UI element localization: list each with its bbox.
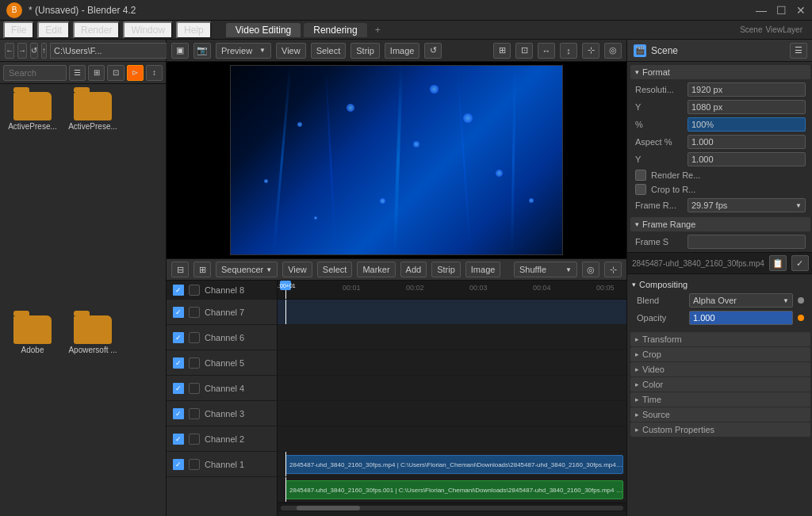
seq-snap-button[interactable]: ⊹ (604, 262, 622, 277)
path-input[interactable] (50, 43, 167, 59)
view-mode-2-button[interactable]: ⊡ (515, 43, 533, 59)
frame-rate-dropdown[interactable]: 29.97 fps (688, 198, 806, 212)
overlay-button[interactable]: ◎ (604, 43, 622, 59)
preview-header-button[interactable]: 📷 (193, 43, 211, 59)
transform-section-button[interactable]: Transform (630, 332, 810, 346)
channel-lock-button[interactable] (189, 459, 200, 470)
frame-range-header[interactable]: Frame Range (630, 217, 810, 231)
resolution-pct-value[interactable]: 100% (688, 117, 806, 132)
channel-visibility-toggle[interactable]: ✓ (173, 307, 184, 318)
select-menu-button[interactable]: Select (311, 43, 347, 59)
file-item[interactable]: ActivePrese... (65, 89, 121, 308)
compositing-title[interactable]: Compositing (632, 277, 809, 292)
channel-lock-button[interactable] (189, 285, 200, 296)
timeline-scrollbar[interactable] (278, 503, 626, 512)
shuffle-dropdown[interactable]: Shuffle (514, 262, 577, 277)
resolution-x-value[interactable]: 1920 px (688, 82, 806, 97)
list-view-button[interactable]: ☰ (69, 65, 86, 81)
file-item[interactable]: ActivePrese... (5, 89, 60, 308)
custom-props-button[interactable]: Custom Properties (630, 422, 810, 437)
source-section-button[interactable]: Source (630, 407, 810, 422)
channel-lock-button[interactable] (189, 408, 200, 419)
strip-menu-button[interactable]: Strip (350, 43, 380, 59)
scrollbar-thumb[interactable] (297, 506, 360, 510)
opacity-value[interactable]: 1.000 (689, 311, 793, 325)
seq-view-button[interactable]: View (282, 262, 312, 277)
seq-select-button[interactable]: Select (317, 262, 353, 277)
channel-lock-button[interactable] (189, 434, 200, 445)
view-mode-1-button[interactable]: ⊞ (493, 43, 511, 59)
render-menu[interactable]: Render (73, 21, 120, 39)
nav-refresh-button[interactable]: ↺ (30, 43, 38, 59)
grid-view-button[interactable]: ⊞ (88, 65, 105, 81)
channel-lock-button[interactable] (189, 357, 200, 369)
channel-visibility-toggle[interactable]: ✓ (173, 383, 184, 394)
time-section-button[interactable]: Time (630, 392, 810, 407)
channel-visibility-toggle[interactable]: ✓ (173, 285, 184, 296)
aspect-y-value[interactable]: 1.000 (688, 152, 806, 166)
timeline[interactable]: 1:00+01 00:01 00:02 00:03 00:04 00:05 00… (278, 281, 626, 516)
color-section-button[interactable]: Color (630, 377, 810, 392)
window-menu[interactable]: Window (123, 21, 173, 39)
channel-visibility-toggle[interactable]: ✓ (173, 357, 184, 369)
sequencer-dropdown[interactable]: Sequencer (216, 262, 278, 277)
channel-lock-button[interactable] (189, 332, 200, 343)
video-editing-tab[interactable]: Video Editing (226, 23, 301, 37)
file-search-input[interactable] (3, 65, 67, 81)
preview-dropdown[interactable]: Preview (216, 43, 271, 59)
seq-overlay-button[interactable]: ◎ (582, 262, 599, 277)
nav-forward-button[interactable]: → (17, 43, 27, 59)
seq-add-button[interactable]: Add (400, 262, 427, 277)
strip-channel-2[interactable]: 2845487-uhd_3840_2160_30fps.mp4 | C:\Use… (285, 455, 623, 474)
seq-image-button[interactable]: Image (465, 262, 501, 277)
filter-button[interactable]: ⊳ (127, 65, 144, 81)
add-tab-button[interactable]: + (370, 23, 385, 37)
format-section-header[interactable]: Format (630, 65, 810, 79)
scrollbar-track[interactable] (281, 506, 623, 510)
sort-button[interactable]: ↕ (146, 65, 163, 81)
strip-check-button[interactable]: ✓ (791, 255, 809, 271)
crop-section-button[interactable]: Crop (630, 347, 810, 361)
channel-visibility-toggle[interactable]: ✓ (173, 408, 184, 419)
channel-lock-button[interactable] (189, 383, 200, 394)
blend-dropdown[interactable]: Alpha Over (689, 293, 793, 308)
scene-list-button[interactable]: ☰ (790, 43, 807, 59)
strip-channel-1[interactable]: 2845487-uhd_3840_2160_30fps.001 | C:\Use… (285, 480, 623, 499)
crop-to-r-checkbox[interactable] (635, 184, 646, 195)
file-item[interactable]: Adobe (5, 312, 60, 517)
strip-copy-button[interactable]: 📋 (769, 255, 787, 271)
refresh-button[interactable]: ↺ (424, 43, 442, 59)
edit-menu[interactable]: Edit (37, 21, 70, 39)
nav-back-button[interactable]: ← (5, 43, 14, 59)
channel-lock-button[interactable] (189, 307, 200, 318)
close-button[interactable]: ✕ (796, 4, 806, 17)
maximize-button[interactable]: ☐ (776, 4, 787, 17)
blend-dot[interactable] (798, 297, 804, 304)
render-re-checkbox[interactable] (635, 170, 646, 181)
aspect-x-value[interactable]: 1.000 (688, 135, 806, 149)
seq-strip-button[interactable]: Strip (431, 262, 461, 277)
help-menu[interactable]: Help (176, 21, 212, 39)
details-view-button[interactable]: ⊡ (107, 65, 124, 81)
view-menu-button[interactable]: View (276, 43, 306, 59)
frame-s-value[interactable] (688, 235, 806, 249)
image-menu-button[interactable]: Image (385, 43, 420, 59)
file-menu[interactable]: File (3, 21, 34, 39)
editor-type-button[interactable]: ▣ (171, 43, 189, 59)
video-section-button[interactable]: Video (630, 362, 810, 376)
snap-button[interactable]: ⊹ (582, 43, 599, 59)
seq-marker-button[interactable]: Marker (357, 262, 395, 277)
channel-visibility-toggle[interactable]: ✓ (173, 434, 184, 445)
nav-up-button[interactable]: ↑ (41, 43, 47, 59)
channel-visibility-toggle[interactable]: ✓ (173, 459, 184, 470)
channel-visibility-toggle[interactable]: ✓ (173, 332, 184, 343)
fit-button[interactable]: ↔ (538, 43, 555, 59)
seq-editor-type-button[interactable]: ⊟ (171, 262, 189, 277)
seq-header-button[interactable]: ⊞ (193, 262, 211, 277)
resolution-y-value[interactable]: 1080 px (688, 100, 806, 114)
file-item[interactable]: Apowersoft ... (65, 312, 121, 517)
minimize-button[interactable]: — (756, 4, 767, 17)
opacity-dot[interactable] (798, 315, 804, 321)
zoom-button[interactable]: ↕ (560, 43, 577, 59)
rendering-tab[interactable]: Rendering (304, 23, 366, 37)
